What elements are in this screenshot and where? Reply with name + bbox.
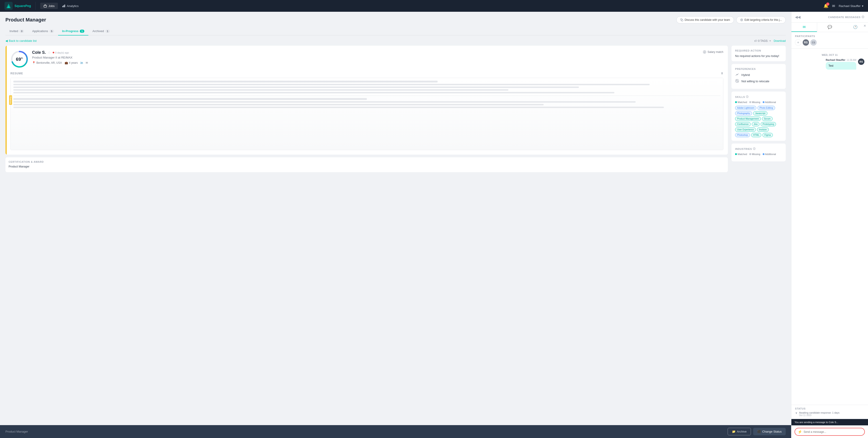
required-action-text: No required actions for you today! xyxy=(735,54,782,58)
pref-hybrid: Hybrid xyxy=(735,72,782,77)
active-dot xyxy=(53,52,54,53)
skills-card: SKILLS ⓘ Matched Missing Additional Adob… xyxy=(732,92,786,141)
location-meta: 📍 Bentonville, AR, USA xyxy=(32,61,62,64)
skill-tag-jira: Jira xyxy=(752,122,760,126)
pending-indicator xyxy=(5,46,7,155)
top-navigation: SquarePeg Jobs Analytics 🔔 1 ✉ Rachael S… xyxy=(0,0,868,12)
skill-tag-html: HTML xyxy=(751,133,761,137)
pending-label: Pending xyxy=(9,95,12,105)
participant-avatar-1: RS xyxy=(803,39,809,46)
skill-tag-figma: Figma xyxy=(763,133,773,137)
add-tag-icon: + xyxy=(770,39,771,42)
sidebar-tab-mail[interactable]: ✉ xyxy=(792,23,817,32)
notification-badge: 1 xyxy=(826,2,829,6)
logo[interactable]: SquarePeg xyxy=(4,2,36,10)
tab-in-progress[interactable]: In-Progress 1 xyxy=(58,27,88,35)
nav-analytics[interactable]: Analytics xyxy=(59,3,82,9)
back-to-list-button[interactable]: ◀ Back to candidate list xyxy=(5,39,37,42)
candidate-card: 69th Cole S. ☆ 0 day(s) a xyxy=(5,46,728,155)
edit-targeting-button[interactable]: Edit targeting criteria for this j... xyxy=(736,16,786,24)
candidate-toolbar: ◀ Back to candidate list 🏷 0 TAGS: + Dow… xyxy=(5,39,786,42)
skills-legend: Matched Missing Additional xyxy=(735,101,782,103)
tags-button[interactable]: 🏷 0 TAGS: + xyxy=(754,39,771,42)
sidebar-tabs: ✉ 💬 🕐 xyxy=(792,23,868,32)
back-arrow-icon: ◀ xyxy=(5,39,8,42)
tab-archived[interactable]: Archived 1 xyxy=(88,27,114,35)
skill-tag-javascript: Javascript xyxy=(753,111,767,116)
location-icon: 📍 xyxy=(32,61,35,64)
status-section: STATUS ▼ Awaiting candidate response: 1 … xyxy=(792,405,868,419)
messages-area[interactable]: WED, OCT 11 Rachael Stauffer 11:36 AM Te… xyxy=(792,49,868,405)
bubble-sender-1: Rachael Stauffer xyxy=(826,59,845,61)
target-icon xyxy=(740,18,743,22)
days-ago: 0 day(s) ago xyxy=(53,51,69,54)
svg-point-10 xyxy=(741,20,742,20)
matched-legend: Matched xyxy=(735,101,747,103)
messages-button[interactable]: ✉ xyxy=(832,4,835,8)
skill-tag-confluence: Confluence xyxy=(735,122,751,126)
bottom-actions: 📁 Archive ⬛ Change Status xyxy=(727,428,786,435)
tab-applications[interactable]: Applications 5 xyxy=(28,27,58,35)
page-header: Product Manager Discuss this candidate w… xyxy=(5,16,786,24)
svg-rect-6 xyxy=(64,4,65,7)
skill-tag-photo-editing: Photo Editing xyxy=(757,106,775,110)
briefcase-icon: 💼 xyxy=(65,61,68,64)
cert-section: CERTIFICATION & AWARD Product Manager xyxy=(5,157,728,172)
add-participant-button[interactable]: + xyxy=(795,39,801,46)
candidate-name: Cole S. xyxy=(32,50,46,55)
cert-item: Product Manager xyxy=(8,165,725,168)
right-panel: REQUIRED ACTION No required actions for … xyxy=(732,46,786,172)
upload-icon[interactable]: ⬆ xyxy=(721,72,723,75)
svg-rect-3 xyxy=(44,5,46,7)
candidate-header: 69th Cole S. ☆ 0 day(s) a xyxy=(10,50,723,68)
nav-jobs[interactable]: Jobs xyxy=(40,3,58,9)
salary-icon xyxy=(703,50,706,54)
lightning-icon[interactable]: ⚡ xyxy=(798,430,802,434)
skill-tag-user-experience: User Experience xyxy=(735,127,756,132)
discuss-button[interactable]: Discuss this candidate with your team xyxy=(676,16,734,24)
sidebar-header: ◀◀ CANDIDATE MESSAGES ⓘ xyxy=(792,12,868,23)
download-button[interactable]: Download xyxy=(774,39,786,42)
skill-tag-adobe-lightroom: Adobe Lightroom xyxy=(735,106,756,110)
discuss-icon xyxy=(680,18,683,22)
message-bubble-1: Rachael Stauffer 11:36 AM Test RS xyxy=(795,59,864,70)
message-input[interactable] xyxy=(804,430,862,434)
close-status-button[interactable]: ✕ xyxy=(864,24,866,28)
candidate-info: Cole S. ☆ 0 day(s) ago Product Manager I… xyxy=(32,50,699,65)
collapse-sidebar-button[interactable]: ◀◀ xyxy=(795,15,800,19)
hybrid-icon xyxy=(735,72,740,77)
nav-items: Jobs Analytics xyxy=(36,3,82,9)
candidate-section: Pending xyxy=(5,46,728,172)
candidate-role: Product Manager II at RE/MAX xyxy=(32,56,699,59)
resume-section: RESUME ⬆ xyxy=(10,72,723,150)
sidebar-tab-chat[interactable]: 💬 xyxy=(817,23,843,32)
industries-legend: Matched Missing Additional xyxy=(735,153,782,156)
archive-button[interactable]: 📁 Archive xyxy=(727,428,751,435)
message-input-area: ⚡ xyxy=(792,425,868,438)
linkedin-link[interactable]: in xyxy=(81,61,83,65)
bubble-avatar-1: RS xyxy=(858,59,864,65)
participants-section: PARTICIPANTS + RS CS xyxy=(792,32,868,49)
change-status-button[interactable]: ⬛ Change Status xyxy=(753,428,786,435)
recipient-bar: You are sending a message to Cole S... xyxy=(792,419,868,425)
participant-avatar-2: CS xyxy=(810,39,817,46)
topnav-right: 🔔 1 ✉ Rachael Stauffer ▾ xyxy=(824,3,864,8)
star-icon[interactable]: ☆ xyxy=(48,51,51,55)
score-text: 69th xyxy=(16,57,23,62)
status-item: ▼ Awaiting candidate response: 1 days Oc… xyxy=(795,411,864,416)
skill-tag-invision: Invision xyxy=(757,127,769,132)
preferences-card: PREFERENCES Hybrid xyxy=(732,64,786,89)
email-link[interactable]: ✉ xyxy=(86,61,88,64)
info-icon-sidebar: ⓘ xyxy=(862,15,864,19)
svg-rect-5 xyxy=(63,5,64,7)
bubble-time-1: 11:36 AM xyxy=(847,59,856,61)
notification-button[interactable]: 🔔 1 xyxy=(824,3,829,8)
left-content: Product Manager Discuss this candidate w… xyxy=(0,12,791,438)
score-circle: 69th xyxy=(10,50,29,68)
user-menu[interactable]: Rachael Stauffer ▾ xyxy=(839,4,864,8)
svg-point-9 xyxy=(741,19,743,21)
tab-invited[interactable]: Invited 0 xyxy=(5,27,28,35)
tag-icon: 🏷 xyxy=(754,39,757,42)
skill-tag-scrum: Scrum xyxy=(762,117,773,121)
header-actions: Discuss this candidate with your team Ed… xyxy=(676,16,786,24)
